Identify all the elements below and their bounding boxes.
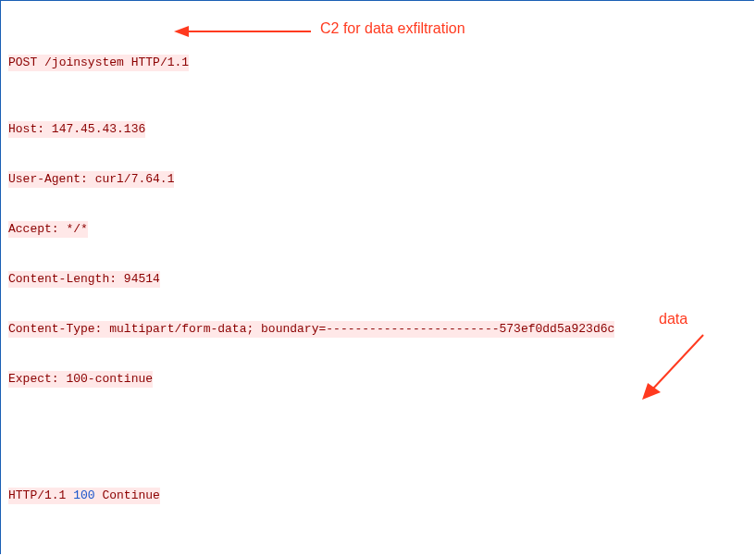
path: /joinsystem (44, 56, 124, 69)
blank-2 (8, 537, 754, 554)
header-host: Host: 147.45.43.136 (8, 121, 754, 138)
header-accept: Accept: */* (8, 221, 754, 238)
http-version: HTTP/1.1 (131, 56, 189, 69)
request-line: POST /joinsystem HTTP/1.1 (8, 55, 754, 71)
blank-1 (8, 421, 754, 438)
header-expect: Expect: 100-continue (8, 371, 754, 388)
response-status: HTTP/1.1 100 Continue (8, 488, 754, 504)
header-user-agent: User-Agent: curl/7.64.1 (8, 171, 754, 188)
header-content-type: Content-Type: multipart/form-data; bound… (8, 321, 754, 338)
header-content-length: Content-Length: 94514 (8, 271, 754, 288)
http-capture-pane: POST /joinsystem HTTP/1.1 Host: 147.45.4… (0, 0, 754, 554)
method: POST (8, 56, 37, 69)
